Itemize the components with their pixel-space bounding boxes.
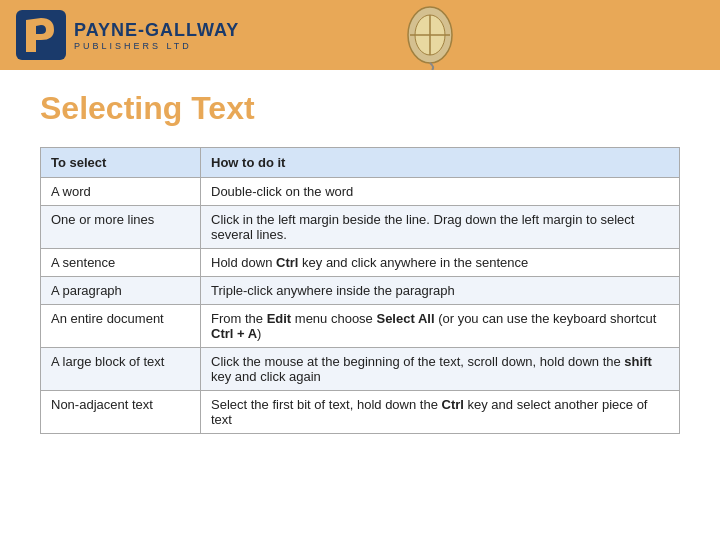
logo-icon: [16, 10, 66, 60]
select-cell: One or more lines: [41, 206, 201, 249]
table-row: A large block of textClick the mouse at …: [41, 348, 680, 391]
how-cell: Click in the left margin beside the line…: [201, 206, 680, 249]
col-header-select: To select: [41, 148, 201, 178]
table-row: A paragraphTriple-click anywhere inside …: [41, 277, 680, 305]
table-row: Non-adjacent textSelect the first bit of…: [41, 391, 680, 434]
select-cell: A paragraph: [41, 277, 201, 305]
table-row: An entire documentFrom the Edit menu cho…: [41, 305, 680, 348]
table-row: One or more linesClick in the left margi…: [41, 206, 680, 249]
how-cell: Double-click on the word: [201, 178, 680, 206]
table-row: A sentenceHold down Ctrl key and click a…: [41, 249, 680, 277]
how-cell: Click the mouse at the beginning of the …: [201, 348, 680, 391]
logo-container: PAYNE-GALLWAY PUBLISHERS LTD: [16, 10, 239, 60]
select-cell: A word: [41, 178, 201, 206]
select-cell: A large block of text: [41, 348, 201, 391]
col-header-how: How to do it: [201, 148, 680, 178]
header-decoration: [400, 5, 460, 70]
how-cell: From the Edit menu choose Select All (or…: [201, 305, 680, 348]
company-sub: PUBLISHERS LTD: [74, 41, 239, 51]
selection-table: To select How to do it A wordDouble-clic…: [40, 147, 680, 434]
page-title: Selecting Text: [40, 90, 680, 127]
header: PAYNE-GALLWAY PUBLISHERS LTD: [0, 0, 720, 70]
how-cell: Select the first bit of text, hold down …: [201, 391, 680, 434]
select-cell: Non-adjacent text: [41, 391, 201, 434]
how-cell: Triple-click anywhere inside the paragra…: [201, 277, 680, 305]
logo-text: PAYNE-GALLWAY PUBLISHERS LTD: [74, 20, 239, 51]
select-cell: An entire document: [41, 305, 201, 348]
content-area: Selecting Text To select How to do it A …: [0, 70, 720, 454]
table-row: A wordDouble-click on the word: [41, 178, 680, 206]
company-name: PAYNE-GALLWAY: [74, 20, 239, 41]
how-cell: Hold down Ctrl key and click anywhere in…: [201, 249, 680, 277]
select-cell: A sentence: [41, 249, 201, 277]
